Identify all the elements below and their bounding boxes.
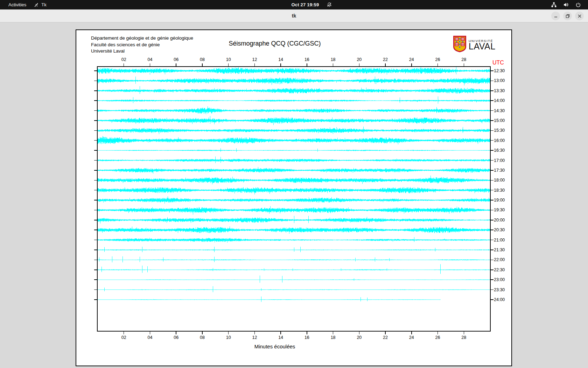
x-tick-top	[176, 63, 176, 66]
x-tick-bottom	[228, 332, 229, 334]
x-tick-label-top: 24	[409, 57, 414, 62]
y-tick-right	[491, 160, 493, 161]
x-tick-label-top: 18	[331, 57, 336, 62]
utc-time-label: 16:00	[494, 138, 505, 143]
x-tick-label-top: 04	[148, 57, 153, 62]
x-tick-label-bottom: 18	[331, 335, 336, 340]
x-tick-bottom	[254, 332, 255, 334]
y-tick-left	[94, 230, 97, 230]
x-tick-label-bottom: 02	[121, 335, 126, 340]
x-tick-label-top: 08	[200, 57, 205, 62]
utc-time-label: 20:00	[494, 218, 505, 223]
x-tick-label-bottom: 24	[409, 335, 414, 340]
y-tick-left	[94, 90, 97, 91]
institution-line-2: Faculté des sciences et de génie	[91, 42, 193, 48]
y-tick-right	[491, 289, 493, 290]
y-tick-right	[491, 260, 493, 260]
y-tick-left	[94, 130, 97, 131]
x-tick-top	[280, 63, 281, 66]
y-tick-left	[94, 210, 97, 211]
utc-time-label: 18:30	[494, 188, 505, 193]
clock-button[interactable]: Oct 27 19:59	[291, 0, 332, 9]
y-tick-right	[491, 120, 493, 121]
tk-app-indicator[interactable]: Tk	[34, 2, 46, 7]
x-tick-bottom	[359, 332, 360, 334]
x-tick-top	[464, 63, 464, 66]
utc-time-label: 15:30	[494, 128, 505, 133]
x-tick-label-bottom: 28	[461, 335, 466, 340]
utc-time-label: 17:30	[494, 168, 505, 173]
y-tick-left	[94, 250, 97, 250]
laval-shield-icon	[453, 36, 466, 54]
x-tick-label-top: 22	[383, 57, 388, 62]
institution-block: Département de géologie et de génie géol…	[91, 35, 193, 55]
x-tick-label-bottom: 22	[383, 335, 388, 340]
system-status-area[interactable]	[551, 0, 588, 9]
y-tick-right	[491, 140, 493, 141]
utc-time-label: 13:30	[494, 88, 505, 93]
y-tick-right	[491, 279, 493, 280]
utc-time-label: 12:30	[494, 68, 505, 73]
x-tick-bottom	[176, 332, 176, 334]
tk-app-icon	[34, 2, 39, 7]
y-tick-right	[491, 70, 493, 71]
y-tick-right	[491, 270, 493, 270]
x-tick-label-bottom: 20	[357, 335, 362, 340]
x-tick-top	[150, 63, 150, 66]
utc-time-label: 14:30	[494, 108, 505, 113]
y-tick-left	[94, 190, 97, 191]
gnome-top-bar: Activities Tk Oct 27 19:59	[0, 0, 588, 9]
utc-time-label: 22:30	[494, 267, 505, 272]
x-tick-bottom	[333, 332, 334, 334]
y-tick-right	[491, 150, 493, 151]
y-tick-right	[491, 180, 493, 181]
utc-time-label: 21:30	[494, 247, 505, 252]
close-button[interactable]	[575, 12, 584, 20]
window-titlebar[interactable]: tk	[0, 9, 588, 22]
y-tick-left	[94, 240, 97, 240]
y-tick-left	[94, 289, 97, 290]
helicorder-canvas	[98, 67, 490, 331]
y-tick-right	[491, 200, 493, 200]
institution-line-3: Université Laval	[91, 48, 193, 55]
x-tick-bottom	[307, 332, 307, 334]
x-axis-title: Minutes écoulées	[254, 343, 295, 349]
utc-time-label: 14:00	[494, 98, 505, 103]
x-tick-top	[202, 63, 203, 66]
restore-button[interactable]	[563, 12, 572, 20]
y-tick-right	[491, 170, 493, 171]
utc-time-label: 19:00	[494, 198, 505, 203]
x-tick-bottom	[280, 332, 281, 334]
power-icon	[575, 2, 581, 8]
tk-canvas-background: Département de géologie et de génie géol…	[0, 22, 588, 368]
desktop: Activities Tk Oct 27 19:59	[0, 0, 588, 368]
utc-time-label: 20:30	[494, 227, 505, 232]
x-tick-bottom	[385, 332, 386, 334]
chart-title: Séismographe QCQ (CGC/GSC)	[229, 40, 321, 47]
y-tick-left	[94, 180, 97, 181]
x-tick-label-bottom: 08	[200, 335, 205, 340]
x-tick-bottom	[464, 332, 464, 334]
x-tick-top	[307, 63, 307, 66]
y-tick-right	[491, 110, 493, 111]
x-tick-label-top: 16	[304, 57, 309, 62]
network-wired-icon	[551, 2, 557, 8]
x-tick-bottom	[150, 332, 150, 334]
minimize-button[interactable]	[551, 12, 560, 20]
x-tick-bottom	[124, 332, 124, 334]
y-tick-right	[491, 220, 493, 220]
y-tick-left	[94, 100, 97, 101]
x-tick-label-top: 10	[226, 57, 231, 62]
y-tick-left	[94, 220, 97, 220]
seismograph-page: Département de géologie et de génie géol…	[76, 29, 512, 366]
x-tick-label-bottom: 04	[148, 335, 153, 340]
y-tick-left	[94, 170, 97, 171]
x-tick-label-bottom: 12	[252, 335, 257, 340]
utc-time-label: 15:00	[494, 118, 505, 123]
activities-button[interactable]: Activities	[6, 1, 29, 8]
bell-slash-icon	[327, 2, 332, 7]
x-tick-top	[359, 63, 360, 66]
x-tick-top	[333, 63, 334, 66]
utc-time-label: 16:30	[494, 148, 505, 153]
y-tick-left	[94, 110, 97, 111]
